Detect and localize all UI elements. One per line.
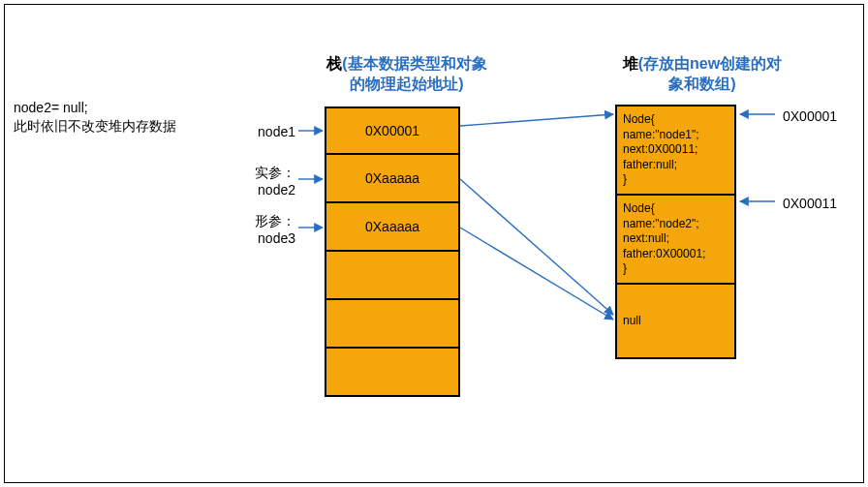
note-line1: node2= null; [14,99,176,117]
heap-cell-2: Node{ name:"node2"; next:null; father:0X… [617,196,734,285]
stack-title-black: 栈 [326,55,342,72]
heap-addr-2: 0X00011 [783,196,837,211]
stack-cell-4 [325,252,460,300]
stack-cell-6 [325,349,460,397]
stack-column: 0X00001 0Xaaaaa 0Xaaaaa [325,107,460,397]
stack-cell-5 [325,300,460,349]
stack-cell-2: 0Xaaaaa [325,155,460,203]
stack-cell-3: 0Xaaaaa [325,203,460,252]
heap-title-black: 堆 [623,55,638,72]
heap-cell-3: null [617,285,734,357]
stack-title-blue: (基本数据类型和对象的物理起始地址) [342,55,486,92]
heap-title: 堆(存放由new创建的对象和数组) [620,54,785,95]
stack-title: 栈(基本数据类型和对象的物理起始地址) [325,54,489,95]
heap-addr-1: 0X00001 [783,108,837,124]
stack-cell-1: 0X00001 [325,107,460,155]
stack-label-node1: node1 [247,124,295,141]
stack-label-node3: 形参： node3 [247,213,295,247]
heap-cell-1: Node{ name:"node1"; next:0X00011; father… [617,107,734,196]
note-line2: 此时依旧不改变堆内存数据 [14,117,176,136]
code-note: node2= null; 此时依旧不改变堆内存数据 [14,99,176,136]
stack-label-node2: 实参： node2 [247,165,295,198]
heap-column: Node{ name:"node1"; next:0X00011; father… [615,105,736,359]
heap-title-blue: (存放由new创建的对象和数组) [638,55,782,92]
